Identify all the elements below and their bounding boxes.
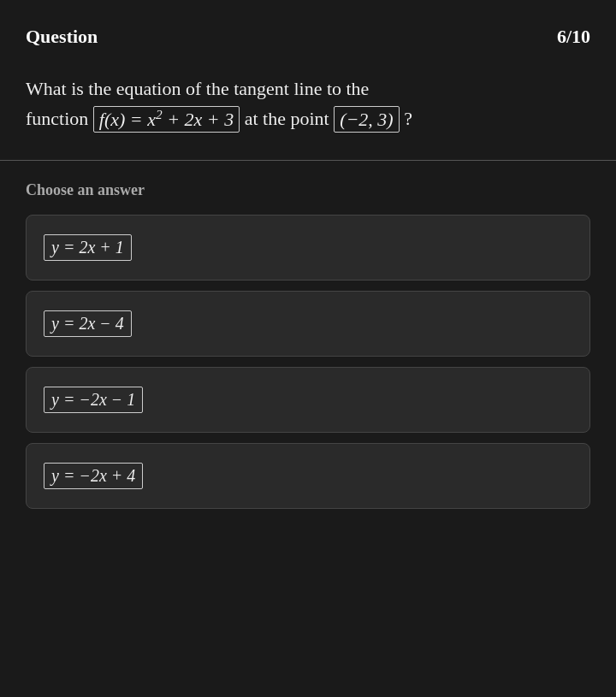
function-prefix: function	[26, 109, 93, 130]
answer-formula-c: y = −2x − 1	[44, 387, 143, 413]
question-line1: What is the equation of the tangent line…	[26, 74, 590, 103]
answer-option-c[interactable]: y = −2x − 1	[26, 367, 590, 433]
answer-formula-b: y = 2x − 4	[44, 310, 132, 337]
answer-option-b[interactable]: y = 2x − 4	[26, 291, 590, 357]
answer-option-a[interactable]: y = 2x + 1	[26, 215, 590, 281]
answer-formula-d: y = −2x + 4	[44, 463, 143, 489]
question-counter: 6/10	[557, 26, 590, 48]
question-label: Question	[26, 26, 98, 48]
question-suffix: ?	[404, 109, 412, 130]
answer-option-d[interactable]: y = −2x + 4	[26, 443, 590, 509]
function-formula: f(x) = x2 + 2x + 3	[93, 106, 240, 133]
answer-formula-a: y = 2x + 1	[44, 234, 132, 261]
question-line2: function f(x) = x2 + 2x + 3 at the point…	[26, 103, 590, 134]
choose-label: Choose an answer	[26, 181, 590, 199]
point-prefix: at the point	[245, 109, 334, 130]
answers-section: Choose an answer y = 2x + 1 y = 2x − 4 y…	[0, 161, 616, 526]
question-body: What is the equation of the tangent line…	[0, 65, 616, 160]
point-value: (−2, 3)	[334, 106, 400, 133]
